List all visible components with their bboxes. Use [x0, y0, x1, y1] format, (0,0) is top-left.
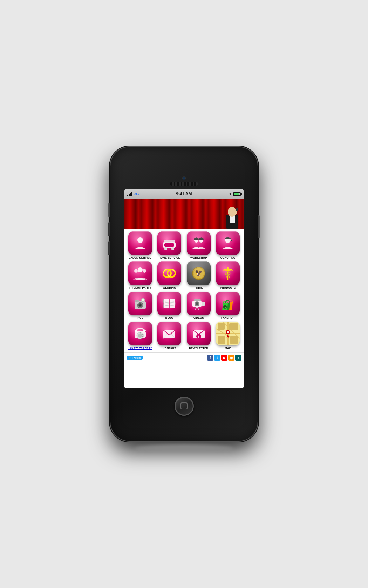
signal-bar-2 [129, 194, 130, 196]
app-label-coaching: COACHING [220, 256, 236, 259]
app-item-friseur-party[interactable]: FRISEUR-PARTY [127, 261, 154, 289]
app-icon-kontakt[interactable] [157, 322, 181, 345]
app-label-newsletter: NEWSLETTER [189, 346, 208, 350]
svg-point-85 [227, 331, 229, 333]
app-label-price: PRICE [195, 286, 203, 289]
app-icon-coaching[interactable] [216, 231, 240, 255]
speaker-grille [170, 182, 198, 186]
app-item-pics[interactable]: PICS [127, 292, 154, 320]
app-label-kontakt: KONTAKT [163, 346, 176, 350]
app-item-workshop[interactable]: WORKSHOP [185, 231, 212, 259]
battery-fill [234, 193, 239, 195]
twitter-social-icon[interactable]: t [214, 355, 220, 361]
svg-rect-53 [202, 302, 205, 306]
signal-bar-1 [127, 195, 128, 196]
social-icons: f t ▶ ◉ x [207, 355, 241, 361]
app-icon-pics[interactable] [128, 292, 152, 315]
svg-point-12 [199, 238, 203, 243]
app-item-salon-service[interactable]: SALON-SERVICE [127, 231, 154, 259]
app-item-coaching[interactable]: COACHING [214, 231, 242, 259]
svg-point-22 [134, 269, 138, 273]
app-icon-map[interactable] [216, 322, 240, 345]
app-label-friseur-party: FRISEUR-PARTY [129, 286, 151, 289]
app-label-phone-number: +49 173 755 39 22 [128, 346, 152, 350]
app-icon-home-service[interactable] [157, 231, 181, 255]
status-bar: 3G 9:41 AM ✳ [124, 189, 244, 199]
app-icon-workshop[interactable] [187, 231, 211, 255]
app-item-fanshop[interactable]: ✦ FANSHOP [214, 292, 242, 320]
app-icon-wedding[interactable] [157, 261, 181, 285]
svg-point-37 [139, 304, 141, 306]
svg-rect-10 [164, 240, 175, 243]
banner [124, 199, 244, 229]
signal-bars [127, 192, 132, 196]
app-label-products: PRODUCTS [220, 286, 236, 289]
svg-line-43 [165, 302, 169, 303]
svg-point-64 [142, 334, 143, 335]
xing-icon[interactable]: x [235, 355, 241, 361]
rss-icon[interactable]: ◉ [228, 355, 234, 361]
app-label-map: MAP [225, 346, 231, 350]
app-icon-videos[interactable] [187, 292, 211, 315]
svg-rect-81 [229, 323, 238, 330]
svg-rect-15 [199, 239, 204, 240]
svg-rect-80 [218, 323, 225, 330]
app-icon-price[interactable]: 🦅 [187, 261, 211, 285]
app-label-salon-service: SALON-SERVICE [129, 256, 151, 259]
svg-point-21 [231, 240, 232, 241]
svg-line-56 [197, 307, 199, 310]
svg-text:i: i [198, 335, 199, 338]
svg-point-33 [227, 267, 229, 270]
app-item-home-service[interactable]: HOME-SERVICE [156, 231, 183, 259]
app-item-blog[interactable]: BLOG [156, 292, 183, 320]
app-icon-products[interactable] [216, 261, 240, 285]
svg-point-67 [135, 330, 137, 332]
screen-content[interactable]: SALON-SERVICE HOME-SERVICE [124, 199, 244, 388]
svg-point-23 [138, 267, 143, 272]
app-item-phone-number[interactable]: +49 173 755 39 22 [127, 322, 154, 350]
home-button[interactable] [175, 397, 194, 416]
svg-point-65 [142, 336, 143, 337]
svg-point-39 [141, 298, 145, 302]
app-item-wedding[interactable]: WEDDING [156, 261, 183, 289]
svg-rect-54 [194, 299, 201, 301]
facebook-icon[interactable]: f [207, 355, 213, 361]
svg-point-40 [142, 299, 144, 301]
battery-icon [233, 192, 241, 196]
app-icon-phone-number[interactable] [128, 322, 152, 345]
twitter-icon: 🐦 [128, 356, 131, 359]
app-label-wedding: WEDDING [163, 286, 176, 289]
app-icon-newsletter[interactable]: i [187, 322, 211, 345]
svg-marker-16 [199, 237, 204, 239]
svg-marker-19 [225, 237, 231, 238]
svg-rect-69 [163, 330, 175, 338]
screen-bezel: 3G 9:41 AM ✳ [124, 189, 244, 388]
app-icon-salon-service[interactable] [128, 231, 152, 255]
svg-line-42 [165, 301, 169, 301]
app-label-home-service: HOME-SERVICE [159, 256, 180, 259]
app-icon-blog[interactable] [157, 292, 181, 315]
svg-rect-82 [218, 336, 225, 344]
app-label-pics: PICS [137, 316, 143, 320]
phone-top [110, 147, 258, 189]
youtube-icon[interactable]: ▶ [221, 355, 227, 361]
app-item-products[interactable]: PRODUCTS [214, 261, 242, 289]
app-icon-fanshop[interactable]: ✦ [216, 292, 240, 315]
phone-reflection [135, 444, 233, 451]
app-label-fanshop: FANSHOP [221, 316, 234, 320]
svg-point-52 [196, 302, 198, 305]
bluetooth-icon: ✳ [229, 192, 232, 196]
svg-rect-4 [236, 208, 238, 211]
app-item-kontakt[interactable]: KONTAKT [156, 322, 183, 350]
svg-point-11 [194, 238, 198, 243]
phone-device: 3G 9:41 AM ✳ [110, 147, 258, 441]
app-item-price[interactable]: 🦅 PRICE [185, 261, 212, 289]
app-item-newsletter[interactable]: i NEWSLETTER [185, 322, 212, 350]
network-label: 3G [134, 192, 139, 196]
app-icon-friseur-party[interactable] [128, 261, 152, 285]
app-item-videos[interactable]: VIDEOS [185, 292, 212, 320]
svg-rect-83 [230, 336, 238, 344]
twitter-button[interactable]: 🐦 Twittern [127, 356, 143, 360]
app-item-map[interactable]: MAP [214, 322, 242, 350]
status-right: ✳ [229, 192, 241, 196]
